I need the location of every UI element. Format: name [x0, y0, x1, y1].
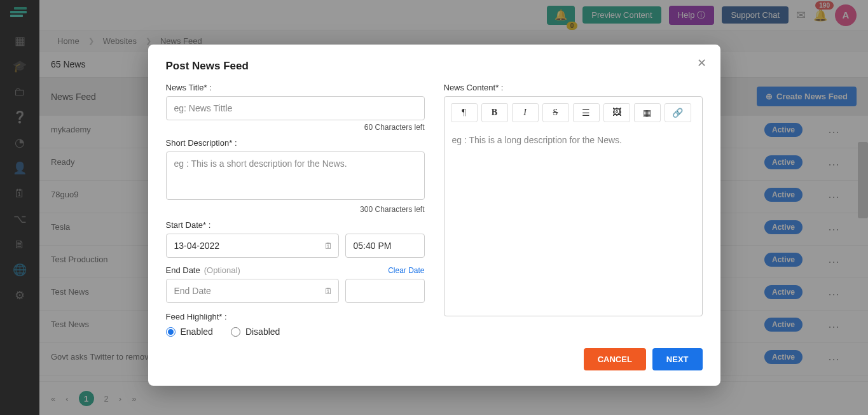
- rich-text-editor: ¶ B I S ☰ 🖼 ▦ 🔗 eg : This is a long desc…: [444, 96, 703, 316]
- modal-overlay: ✕ Post News Feed News Title* : 60 Charac…: [0, 0, 868, 415]
- news-content-label: News Content* :: [444, 83, 703, 92]
- image-icon[interactable]: 🖼: [603, 103, 630, 122]
- end-date-optional: (Optional): [204, 265, 240, 275]
- start-time-input[interactable]: [345, 234, 425, 258]
- short-desc-label: Short Description* :: [166, 138, 425, 148]
- next-button[interactable]: NEXT: [652, 348, 703, 370]
- end-time-input[interactable]: [345, 279, 425, 303]
- paragraph-icon[interactable]: ¶: [451, 103, 478, 122]
- news-title-hint: 60 Characters left: [166, 123, 425, 132]
- short-desc-hint: 300 Characters left: [166, 205, 425, 214]
- close-icon[interactable]: ✕: [697, 56, 706, 70]
- end-date-input[interactable]: [166, 279, 339, 303]
- bold-icon[interactable]: B: [481, 103, 508, 122]
- end-date-label: End Date: [166, 265, 200, 275]
- list-icon[interactable]: ☰: [573, 103, 600, 122]
- news-title-input[interactable]: [166, 96, 425, 120]
- modal-right-col: News Content* : ¶ B I S ☰ 🖼 ▦ 🔗 eg : Thi…: [444, 83, 703, 337]
- start-date-input[interactable]: [166, 234, 339, 258]
- link-icon[interactable]: 🔗: [665, 103, 691, 122]
- post-news-modal: ✕ Post News Feed News Title* : 60 Charac…: [148, 45, 720, 386]
- modal-title: Post News Feed: [166, 60, 703, 73]
- editor-toolbar: ¶ B I S ☰ 🖼 ▦ 🔗: [444, 97, 702, 129]
- calendar-icon[interactable]: 🗓: [324, 286, 333, 296]
- modal-left-col: News Title* : 60 Characters left Short D…: [166, 83, 425, 337]
- table-icon[interactable]: ▦: [634, 103, 661, 122]
- editor-content-area[interactable]: eg : This is a long description for the …: [444, 129, 702, 316]
- cancel-button[interactable]: CANCEL: [584, 348, 646, 370]
- radio-disabled[interactable]: Disabled: [231, 327, 280, 337]
- news-title-label: News Title* :: [166, 83, 425, 92]
- strike-icon[interactable]: S: [542, 103, 569, 122]
- clear-date-link[interactable]: Clear Date: [388, 266, 424, 275]
- radio-enabled[interactable]: Enabled: [166, 327, 213, 337]
- calendar-icon[interactable]: 🗓: [324, 241, 333, 251]
- italic-icon[interactable]: I: [512, 103, 539, 122]
- short-desc-input[interactable]: [166, 151, 425, 200]
- start-date-label: Start Date* :: [166, 220, 425, 230]
- feed-highlight-label: Feed Highlight* :: [166, 312, 425, 321]
